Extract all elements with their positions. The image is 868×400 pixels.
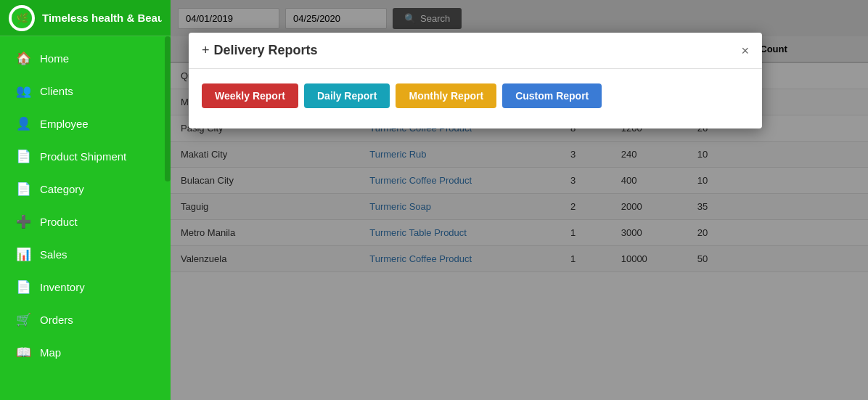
- sidebar-item-product[interactable]: ➕ Product: [0, 205, 171, 238]
- daily-report-button[interactable]: Daily Report: [304, 83, 390, 108]
- modal-header: + Delivery Reports ×: [189, 33, 762, 69]
- report-buttons: Weekly Report Daily Report Monthly Repor…: [202, 83, 749, 108]
- sidebar: 🌿 Timeless health & Beau 🏠 Home 👥 Client…: [0, 0, 171, 400]
- app-logo: 🌿: [9, 5, 35, 31]
- sidebar-item-product-shipment-label: Product Shipment: [40, 150, 126, 163]
- orders-icon: 🛒: [15, 312, 31, 327]
- sidebar-item-product-shipment[interactable]: 📄 Product Shipment: [0, 140, 171, 173]
- sidebar-item-employee[interactable]: 👤 Employee: [0, 107, 171, 140]
- modal-title-container: + Delivery Reports: [202, 43, 318, 58]
- weekly-report-button[interactable]: Weekly Report: [202, 83, 298, 108]
- sidebar-item-map[interactable]: 📖 Map: [0, 336, 171, 369]
- sidebar-nav: 🏠 Home 👥 Clients 👤 Employee 📄 Product Sh…: [0, 36, 171, 369]
- delivery-reports-modal: + Delivery Reports × Weekly Report Daily…: [189, 33, 762, 128]
- main-content: 🔍 Search Total Product Count Quezon City…: [171, 0, 868, 400]
- employee-icon: 👤: [15, 116, 31, 131]
- custom-report-button[interactable]: Custom Report: [502, 83, 602, 108]
- sidebar-item-home[interactable]: 🏠 Home: [0, 42, 171, 75]
- sidebar-item-clients-label: Clients: [40, 85, 73, 97]
- sidebar-item-category-label: Category: [40, 183, 84, 195]
- product-icon: ➕: [15, 214, 31, 229]
- modal-close-button[interactable]: ×: [741, 44, 749, 57]
- sidebar-item-sales-label: Sales: [40, 248, 67, 261]
- sidebar-item-clients[interactable]: 👥 Clients: [0, 75, 171, 107]
- sidebar-item-inventory-label: Inventory: [40, 281, 85, 293]
- category-icon: 📄: [15, 181, 31, 197]
- logo-icon: 🌿: [12, 8, 32, 28]
- sidebar-item-orders-label: Orders: [40, 314, 73, 326]
- sidebar-item-inventory[interactable]: 📄 Inventory: [0, 271, 171, 303]
- modal-overlay: + Delivery Reports × Weekly Report Daily…: [171, 0, 868, 400]
- sidebar-item-map-label: Map: [40, 346, 61, 359]
- sidebar-item-sales[interactable]: 📊 Sales: [0, 238, 171, 271]
- clients-icon: 👥: [15, 83, 31, 99]
- sales-icon: 📊: [15, 247, 31, 262]
- sidebar-item-home-label: Home: [40, 52, 69, 65]
- app-title: Timeless health & Beau: [42, 12, 162, 24]
- sidebar-header: 🌿 Timeless health & Beau: [0, 0, 171, 36]
- inventory-icon: 📄: [15, 279, 31, 295]
- map-icon: 📖: [15, 345, 31, 360]
- sidebar-item-employee-label: Employee: [40, 118, 89, 130]
- sidebar-item-product-label: Product: [40, 216, 78, 228]
- sidebar-scrollbar[interactable]: [165, 36, 171, 181]
- product-shipment-icon: 📄: [15, 149, 31, 164]
- monthly-report-button[interactable]: Monthly Report: [396, 83, 496, 108]
- modal-title: Delivery Reports: [214, 43, 318, 58]
- sidebar-item-orders[interactable]: 🛒 Orders: [0, 303, 171, 336]
- home-icon: 🏠: [15, 51, 31, 66]
- modal-body: Weekly Report Daily Report Monthly Repor…: [189, 69, 762, 128]
- sidebar-item-category[interactable]: 📄 Category: [0, 173, 171, 205]
- modal-title-icon: +: [202, 43, 210, 58]
